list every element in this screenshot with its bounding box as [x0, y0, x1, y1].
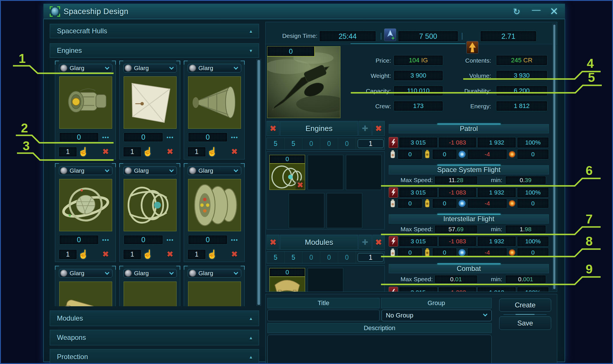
min-speed-label: min:: [484, 226, 502, 233]
energy-label: Energy:: [438, 103, 491, 110]
more-button[interactable]: •••: [229, 133, 240, 141]
refresh-icon[interactable]: ↻: [510, 5, 523, 18]
vendor-emblem-icon: [189, 270, 196, 277]
contents-label: Contents:: [438, 57, 491, 64]
selected-count-box[interactable]: 1: [358, 139, 384, 148]
stat-field: -4: [467, 149, 507, 159]
save-button[interactable]: Save: [499, 316, 551, 330]
assign-hand-icon[interactable]: ☝: [143, 147, 152, 157]
remove-engine-button[interactable]: ✖: [101, 249, 110, 259]
remove-engine-button[interactable]: ✖: [165, 147, 175, 157]
clear-engines-button[interactable]: ✖: [267, 121, 279, 136]
engine-slot-empty[interactable]: [327, 193, 362, 228]
section-weapons[interactable]: Weapons ▲: [50, 330, 259, 345]
minimize-icon[interactable]: —: [530, 4, 543, 16]
window-title: Spaceship Design: [64, 7, 129, 16]
patrol-resource-row: 0 0 -4 0: [389, 149, 549, 159]
clear-modules-button[interactable]: ✖: [267, 235, 279, 250]
quantity-field[interactable]: 1: [123, 249, 141, 259]
scrollbar-thumb[interactable]: [257, 60, 260, 305]
min-speed-field: 1.98: [505, 225, 546, 234]
quantity-field[interactable]: 1: [187, 147, 206, 157]
engine-card: Glarg 0 ••• 1 ☝ ✖: [119, 266, 180, 306]
price-value: 104: [409, 57, 419, 64]
stat-field: 100%: [517, 236, 549, 246]
remove-module-slot-button[interactable]: ✖: [372, 235, 385, 250]
engine-image[interactable]: [124, 76, 177, 129]
patrol-energy-row: 3 015 -1 083 1 932 100%: [389, 137, 549, 148]
close-icon[interactable]: ✕: [548, 5, 560, 18]
engine-image[interactable]: [59, 282, 112, 306]
assign-hand-icon[interactable]: ☝: [79, 249, 88, 259]
more-button[interactable]: •••: [101, 236, 111, 244]
vendor-dropdown[interactable]: Glarg: [188, 269, 241, 278]
engine-image[interactable]: [124, 179, 177, 231]
min-speed-int: 0.: [518, 276, 523, 283]
engine-slot-empty[interactable]: [289, 193, 324, 228]
engine-image[interactable]: [124, 282, 177, 306]
more-button[interactable]: •••: [101, 133, 111, 141]
remove-engine-button[interactable]: ✖: [229, 147, 239, 157]
add-module-slot-button[interactable]: ✚: [359, 235, 372, 250]
scrollbar-thumb[interactable]: [553, 25, 555, 289]
more-button[interactable]: •••: [165, 133, 175, 141]
titlebar[interactable]: Spaceship Design ↻ — ✕: [43, 4, 565, 19]
assign-hand-icon[interactable]: ☝: [79, 147, 88, 157]
ship-preview[interactable]: 0: [267, 46, 340, 118]
vendor-dropdown[interactable]: Glarg: [59, 269, 112, 278]
quantity-field[interactable]: 1: [59, 147, 77, 157]
engine-image[interactable]: [59, 76, 112, 129]
title-input[interactable]: [267, 310, 380, 321]
summary-scrollbar[interactable]: [552, 24, 556, 290]
engine-list-scrollbar[interactable]: [256, 59, 261, 306]
ship-preview-art: [267, 47, 340, 118]
quantity-field[interactable]: 1: [123, 147, 141, 157]
vendor-dropdown[interactable]: Glarg: [59, 64, 112, 72]
section-label: Spacecraft Hulls: [57, 27, 107, 35]
assign-hand-icon[interactable]: ☝: [143, 249, 152, 259]
module-slot-filled[interactable]: 0: [269, 268, 305, 292]
engine-slot-empty[interactable]: [308, 155, 343, 190]
vendor-dropdown[interactable]: Glarg: [123, 269, 177, 278]
group-select[interactable]: No Group: [382, 310, 492, 321]
quantity-field[interactable]: 1: [59, 249, 77, 259]
remove-slot-item-button[interactable]: ✖: [296, 180, 305, 190]
section-engines[interactable]: Engines ▼: [50, 43, 259, 58]
vendor-dropdown[interactable]: Glarg: [123, 166, 177, 175]
section-spacecraft-hulls[interactable]: Spacecraft Hulls ▲: [50, 24, 259, 38]
vendor-dropdown[interactable]: Glarg: [188, 166, 241, 175]
engine-slot-empty[interactable]: [346, 155, 382, 190]
engine-image[interactable]: [59, 179, 112, 231]
engine-image[interactable]: [188, 282, 241, 306]
quantity-field[interactable]: 1: [187, 249, 206, 259]
section-modules[interactable]: Modules ▲: [50, 311, 259, 326]
remove-engine-button[interactable]: ✖: [101, 147, 110, 157]
vendor-dropdown[interactable]: Glarg: [188, 64, 241, 72]
engine-slot-filled[interactable]: 0 ✖: [269, 155, 305, 190]
add-engine-slot-button[interactable]: ✚: [359, 121, 372, 136]
spaceship-design-screen: Spaceship Design ↻ — ✕ Spacecraft Hulls …: [0, 0, 613, 364]
more-button[interactable]: •••: [165, 236, 175, 244]
more-button[interactable]: •••: [229, 236, 240, 244]
chevron-down-icon: [483, 312, 488, 316]
engine-image[interactable]: [188, 179, 241, 231]
max-speed-int: 0.: [450, 276, 455, 283]
engine-image[interactable]: [188, 76, 241, 129]
collapse-arrow-icon: ▲: [249, 316, 253, 321]
vendor-dropdown[interactable]: Glarg: [123, 64, 177, 72]
create-button[interactable]: Create: [499, 298, 551, 312]
min-speed-dec: 001: [523, 276, 533, 283]
assign-hand-icon[interactable]: ☝: [208, 147, 217, 157]
remove-engine-slot-button[interactable]: ✖: [372, 121, 385, 136]
ring-engine-art: [188, 179, 241, 231]
section-protection[interactable]: Protection ▲: [50, 349, 259, 364]
remove-engine-button[interactable]: ✖: [229, 249, 239, 259]
assign-hand-icon[interactable]: ☝: [208, 249, 217, 259]
module-slot-empty[interactable]: [308, 268, 343, 292]
count-cell: 0: [302, 138, 320, 149]
max-speed-field: 11.28: [434, 176, 478, 184]
description-textarea[interactable]: [267, 335, 492, 364]
vendor-dropdown[interactable]: Glarg: [59, 166, 112, 175]
selected-count-box[interactable]: 1: [358, 253, 384, 262]
remove-engine-button[interactable]: ✖: [165, 249, 175, 259]
